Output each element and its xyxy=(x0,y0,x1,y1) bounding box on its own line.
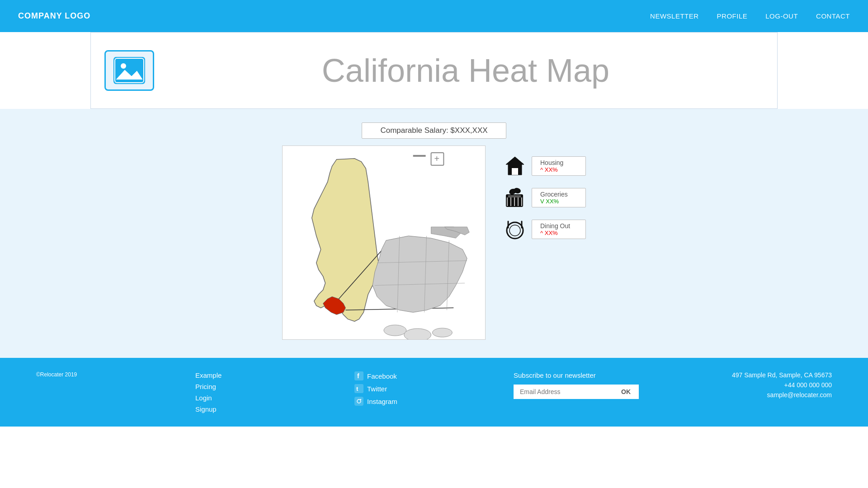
contact-address: 497 Sample Rd, Sample, CA 95673 xyxy=(673,371,832,379)
california-map-svg: + xyxy=(283,146,485,339)
twitter-row: t Twitter xyxy=(354,384,514,393)
map-container[interactable]: + xyxy=(282,145,486,340)
page-title: California Heat Map xyxy=(168,52,764,89)
housing-title: Housing xyxy=(540,159,577,166)
groceries-title: Groceries xyxy=(540,191,577,198)
facebook-icon: f xyxy=(354,371,363,380)
svg-text:f: f xyxy=(357,372,359,380)
twitter-icon: t xyxy=(354,384,363,393)
footer-links-col: Example Pricing Login Signup xyxy=(195,371,354,413)
dining-icon xyxy=(504,218,526,240)
dining-title: Dining Out xyxy=(540,222,577,230)
signup-link[interactable]: Signup xyxy=(195,405,354,413)
twitter-link[interactable]: Twitter xyxy=(367,385,387,393)
instagram-icon xyxy=(354,397,363,406)
housing-card: Housing ^ XX% xyxy=(504,155,586,177)
header-section: California Heat Map xyxy=(90,32,778,109)
svg-point-16 xyxy=(432,328,452,337)
newsletter-label: Subscribe to our newsletter xyxy=(514,371,673,379)
contact-phone: +44 000 000 000 xyxy=(673,381,832,389)
housing-icon xyxy=(504,155,526,177)
svg-text:+: + xyxy=(434,154,439,164)
contact-email: sample@relocater.com xyxy=(673,391,832,399)
main-content: Comparable Salary: $XXX,XXX + xyxy=(0,109,868,358)
contact-link[interactable]: CONTACT xyxy=(816,12,850,20)
info-cards: Housing ^ XX% xyxy=(504,155,586,240)
dining-label-box: Dining Out ^ XX% xyxy=(532,220,586,239)
newsletter-ok-button[interactable]: OK xyxy=(613,385,639,399)
profile-link[interactable]: PROFILE xyxy=(717,12,748,20)
svg-rect-34 xyxy=(354,384,363,393)
housing-value: ^ XX% xyxy=(540,166,577,173)
company-logo-text: COMPANY LOGO xyxy=(18,11,90,21)
company-logo-image xyxy=(104,50,154,91)
footer: ©Relocater 2019 Example Pricing Login Si… xyxy=(0,358,868,427)
newsletter-row: OK xyxy=(514,385,673,399)
svg-rect-0 xyxy=(113,57,145,84)
footer-social-col: f Facebook t Twitter Instagram xyxy=(354,371,514,406)
newsletter-link[interactable]: NEWSLETTER xyxy=(650,12,699,20)
nav-links: NEWSLETTER PROFILE LOG-OUT CONTACT xyxy=(650,12,850,20)
newsletter-email-input[interactable] xyxy=(514,385,613,399)
facebook-link[interactable]: Facebook xyxy=(367,372,397,380)
instagram-row: Instagram xyxy=(354,397,514,406)
svg-rect-36 xyxy=(354,397,363,406)
svg-point-15 xyxy=(404,328,431,339)
svg-point-38 xyxy=(360,399,361,400)
pricing-link[interactable]: Pricing xyxy=(195,383,354,390)
logo-placeholder-icon xyxy=(113,57,145,84)
copyright-text: ©Relocater 2019 xyxy=(36,371,195,378)
groceries-icon xyxy=(504,186,526,209)
svg-rect-20 xyxy=(508,195,521,197)
instagram-link[interactable]: Instagram xyxy=(367,398,397,405)
groceries-card: Groceries V XX% xyxy=(504,186,586,209)
footer-newsletter-col: Subscribe to our newsletter OK xyxy=(514,371,673,399)
svg-point-1 xyxy=(121,63,126,69)
salary-label: Comparable Salary: $XXX,XXX xyxy=(362,122,506,139)
svg-point-14 xyxy=(384,325,406,336)
svg-text:t: t xyxy=(356,385,359,392)
footer-contact-col: 497 Sample Rd, Sample, CA 95673 +44 000 … xyxy=(673,371,832,399)
logout-link[interactable]: LOG-OUT xyxy=(765,12,798,20)
login-link[interactable]: Login xyxy=(195,394,354,402)
footer-copyright-col: ©Relocater 2019 xyxy=(36,371,195,378)
example-link[interactable]: Example xyxy=(195,371,354,379)
svg-rect-18 xyxy=(512,168,518,175)
navbar: COMPANY LOGO NEWSLETTER PROFILE LOG-OUT … xyxy=(0,0,868,32)
dining-value: ^ XX% xyxy=(540,230,577,236)
facebook-row: f Facebook xyxy=(354,371,514,380)
svg-point-29 xyxy=(509,225,520,236)
svg-rect-3 xyxy=(283,146,485,339)
dining-card: Dining Out ^ XX% xyxy=(504,218,586,240)
housing-label-box: Housing ^ XX% xyxy=(532,156,586,176)
map-and-info: + xyxy=(0,145,868,340)
salary-bar: Comparable Salary: $XXX,XXX xyxy=(0,122,868,139)
groceries-label-box: Groceries V XX% xyxy=(532,188,586,207)
groceries-value: V XX% xyxy=(540,198,577,205)
svg-rect-4 xyxy=(413,155,426,157)
